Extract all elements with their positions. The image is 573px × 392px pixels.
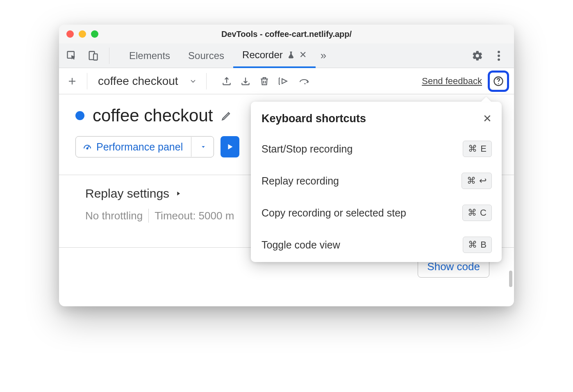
window-minimize-button[interactable] [79,30,86,38]
shortcut-keys: ⌘ B [463,237,492,253]
recording-name-value: coffee checkout [98,75,178,88]
chevron-right-double-icon: » [321,49,326,62]
more-tabs-button[interactable]: » [316,43,331,68]
svg-point-8 [498,83,499,84]
chevron-right-icon [175,189,182,198]
svg-point-6 [304,83,305,84]
svg-rect-2 [93,54,97,60]
divider [148,209,149,223]
shortcut-label: Start/Stop recording [261,143,352,155]
import-icon[interactable] [240,76,251,87]
window-close-button[interactable] [66,30,74,38]
key: C [480,207,487,218]
window-zoom-button[interactable] [91,30,98,38]
settings-icon[interactable] [470,48,485,64]
replay-settings-label: Replay settings [85,187,169,201]
replay-button[interactable] [221,136,239,157]
experiment-icon [287,50,295,60]
scrollbar-thumb[interactable] [509,271,512,287]
traffic-lights [66,30,98,38]
gauge-icon [82,142,92,152]
new-recording-button[interactable] [64,73,80,89]
tab-label: Recorder [242,49,283,61]
throttling-value: No throttling [85,210,143,222]
divider [109,48,109,64]
shortcuts-popover: Keyboard shortcuts ✕ Start/Stop recordin… [251,102,502,262]
edit-title-icon[interactable] [221,110,232,121]
device-toolbar-icon[interactable] [85,48,101,64]
tab-label: Elements [129,50,170,62]
delete-icon[interactable] [259,76,270,87]
key: ⌘ [467,175,476,186]
tab-sources[interactable]: Sources [179,43,233,68]
key: ⌘ [468,239,477,250]
key: ⌘ [468,144,477,154]
svg-point-9 [87,148,88,149]
step-over-icon[interactable] [278,76,290,87]
recording-selector[interactable]: coffee checkout [94,75,182,88]
key: E [480,144,487,154]
shortcut-row: Toggle code view ⌘ B [261,237,492,253]
shortcut-row: Copy recording or selected step ⌘ C [261,205,492,221]
titlebar: DevTools - coffee-cart.netlify.app/ [59,25,514,43]
chevron-down-icon[interactable] [186,77,200,85]
replay-loop-icon[interactable] [298,76,311,87]
shortcut-keys: ⌘ ↩ [462,173,492,189]
tab-list: Elements Sources Recorder ✕ » [120,43,331,68]
key: ↩ [479,175,487,186]
tab-recorder[interactable]: Recorder ✕ [233,43,316,68]
panel-tabs: Elements Sources Recorder ✕ » [59,43,514,68]
tab-elements[interactable]: Elements [120,43,179,68]
export-icon[interactable] [221,76,232,87]
recording-title: coffee checkout [93,106,213,125]
svg-point-3 [498,50,500,53]
send-feedback-link[interactable]: Send feedback [422,76,482,87]
shortcut-label: Copy recording or selected step [261,207,406,219]
recorder-toolbar: coffee checkout [59,68,514,94]
key: ⌘ [468,207,477,218]
shortcut-row: Replay recording ⌘ ↩ [261,173,492,189]
performance-panel-button[interactable]: Performance panel [75,136,214,157]
performance-panel-label: Performance panel [96,141,183,153]
chevron-down-icon[interactable] [196,143,207,150]
divider [206,73,207,89]
shortcut-keys: ⌘ C [462,205,492,221]
svg-point-5 [498,58,500,61]
recording-status-dot [75,111,84,120]
tab-close-icon[interactable]: ✕ [299,50,307,60]
more-options-icon[interactable] [491,48,507,64]
inspect-element-icon[interactable] [64,48,80,64]
key: B [480,239,487,250]
svg-point-4 [498,55,500,57]
show-code-label: Show code [427,260,480,273]
popover-close-icon[interactable]: ✕ [483,112,492,125]
shortcut-label: Replay recording [261,175,339,187]
popover-title: Keyboard shortcuts [261,112,366,125]
window-title: DevTools - coffee-cart.netlify.app/ [59,30,514,39]
help-button[interactable] [488,71,509,92]
tab-label: Sources [188,50,224,62]
shortcut-label: Toggle code view [261,239,340,251]
timeout-value: Timeout: 5000 m [155,210,234,222]
shortcut-keys: ⌘ E [463,141,492,157]
devtools-window: DevTools - coffee-cart.netlify.app/ Elem… [59,25,514,306]
shortcut-row: Start/Stop recording ⌘ E [261,141,492,157]
divider [87,73,87,89]
tabs-leading-icons [64,48,112,64]
